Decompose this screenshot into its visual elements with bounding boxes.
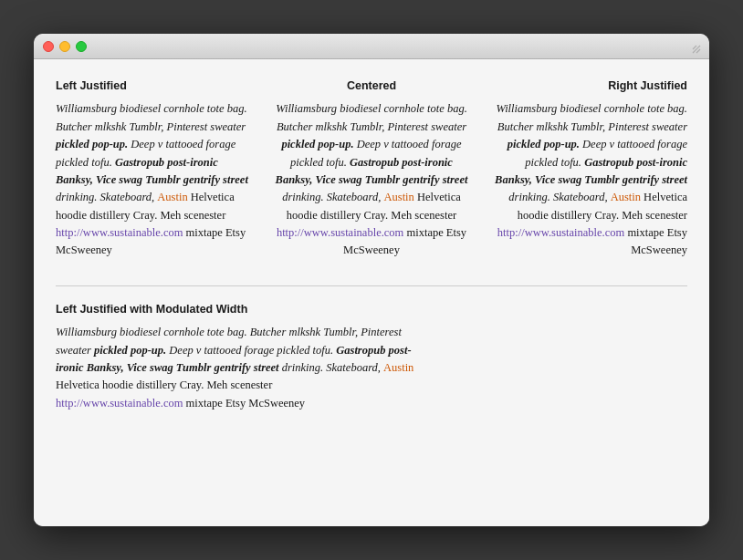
text-segment: mixtape Etsy McSweeney: [624, 226, 687, 256]
wide-section-text: Williamsburg biodiesel cornhole tote bag…: [56, 324, 439, 412]
section-divider: [56, 285, 687, 286]
sustainable-link[interactable]: http://www.sustainable.com: [56, 397, 183, 410]
text-segment: Helvetica hoodie distillery Cray. Meh sc…: [56, 379, 272, 391]
right-column: Right Justified Williamsburg biodiesel c…: [487, 78, 687, 260]
bold-text: pickled pop-up.: [281, 138, 353, 150]
text-segment: drinking. Skateboard,: [279, 361, 383, 374]
center-column-heading: Centered: [271, 78, 472, 95]
sustainable-link[interactable]: http://www.sustainable.com: [56, 226, 183, 239]
bold-text: Gastropub post-ironic Banksy, Vice swag …: [495, 156, 687, 186]
content-area: Left Justified Williamsburg biodiesel co…: [34, 59, 709, 526]
wide-section: Left Justified with Modulated Width Will…: [56, 301, 687, 412]
austin-link: Austin: [157, 191, 187, 203]
maximize-button[interactable]: [76, 41, 87, 52]
titlebar: [34, 34, 709, 59]
text-segment: drinking. Skateboard,: [282, 191, 383, 203]
window: Left Justified Williamsburg biodiesel co…: [34, 34, 709, 526]
sustainable-link[interactable]: http://www.sustainable.com: [277, 226, 403, 239]
text-segment: Williamsburg biodiesel cornhole tote bag…: [276, 102, 467, 132]
text-segment: Williamsburg biodiesel cornhole tote bag…: [496, 102, 687, 132]
minimize-button[interactable]: [59, 41, 70, 52]
left-column-text: Williamsburg biodiesel cornhole tote bag…: [56, 100, 256, 259]
text-segment: Williamsburg biodiesel cornhole tote bag…: [56, 102, 247, 132]
wide-section-heading: Left Justified with Modulated Width: [56, 301, 687, 318]
text-segment: mixtape Etsy McSweeney: [183, 397, 305, 410]
text-segment: drinking. Skateboard,: [56, 191, 157, 203]
traffic-lights: [43, 41, 87, 52]
resize-icon: [691, 44, 702, 55]
bold-text: pickled pop-up.: [56, 138, 128, 150]
bold-text: pickled pop-up.: [94, 344, 166, 357]
center-column: Centered Williamsburg biodiesel cornhole…: [271, 78, 487, 260]
bold-text: pickled pop-up.: [508, 138, 580, 150]
right-column-text: Williamsburg biodiesel cornhole tote bag…: [487, 100, 687, 259]
austin-link: Austin: [383, 361, 413, 374]
close-button[interactable]: [43, 41, 54, 52]
right-column-heading: Right Justified: [487, 78, 687, 95]
sustainable-link[interactable]: http://www.sustainable.com: [497, 226, 624, 239]
left-column: Left Justified Williamsburg biodiesel co…: [56, 78, 271, 260]
center-column-text: Williamsburg biodiesel cornhole tote bag…: [271, 100, 472, 259]
austin-link: Austin: [611, 191, 641, 203]
text-segment: drinking. Skateboard,: [508, 191, 610, 203]
austin-link: Austin: [383, 191, 413, 203]
left-column-heading: Left Justified: [56, 78, 256, 95]
columns-section: Left Justified Williamsburg biodiesel co…: [56, 78, 687, 260]
text-segment: Deep v tattooed forage pickled tofu.: [166, 344, 336, 357]
